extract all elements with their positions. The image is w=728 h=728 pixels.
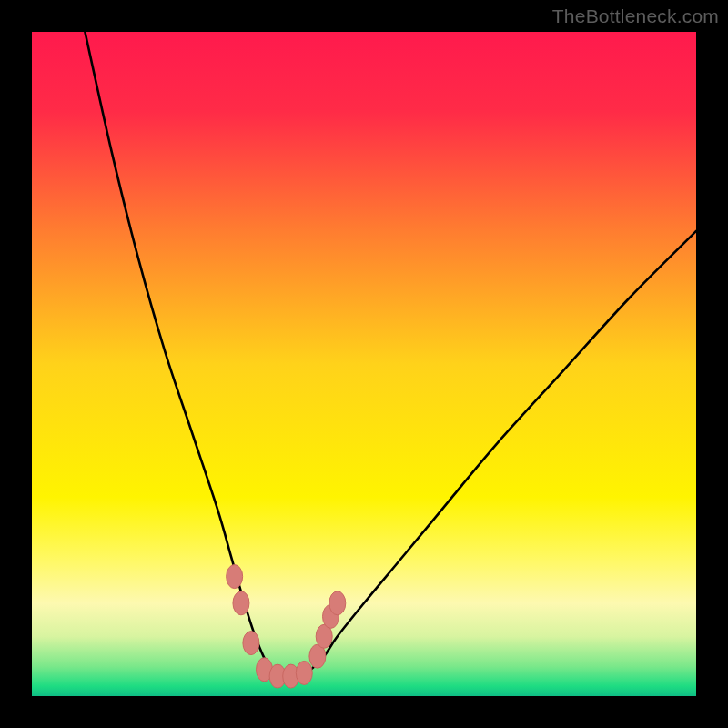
chart-frame: TheBottleneck.com — [0, 0, 728, 728]
curve-marker — [296, 661, 312, 684]
curve-marker — [329, 592, 346, 615]
curve-marker — [243, 632, 259, 655]
curve-marker — [233, 592, 249, 615]
plot-area — [32, 32, 696, 696]
curve-marker — [227, 565, 243, 589]
bottleneck-curve — [85, 32, 696, 677]
watermark-text: TheBottleneck.com — [552, 5, 719, 27]
curve-layer — [32, 32, 696, 696]
marker-group — [227, 565, 346, 689]
